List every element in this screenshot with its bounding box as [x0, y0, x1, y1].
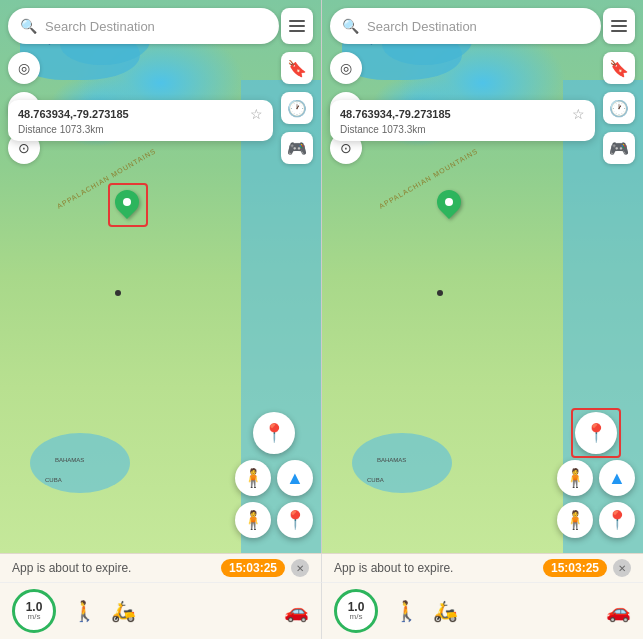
menu-line-3-right	[611, 30, 627, 32]
star-btn-left[interactable]: ☆	[250, 106, 263, 122]
expire-bar-right: App is about to expire. 15:03:25 ✕	[322, 554, 643, 583]
speed-circle-left: 1.0 m/s	[12, 589, 56, 633]
menu-line-1-right	[611, 20, 627, 22]
target-btn-left[interactable]: ◎	[8, 52, 40, 84]
clock-btn-left[interactable]: 🕐	[281, 92, 313, 124]
transport-icons-right: 🚶 🛵 🚗	[394, 599, 631, 623]
fab-green-pin-left[interactable]: 📍	[253, 412, 295, 454]
fab-orange-pin-right[interactable]: 📍	[599, 502, 635, 538]
search-text-right: Search Destination	[367, 19, 477, 34]
coordinates-left: 48.763934,-79.273185	[18, 108, 129, 120]
car-icon-right[interactable]: 🚗	[606, 599, 631, 623]
bookmark-btn-right[interactable]: 🔖	[603, 52, 635, 84]
walking-icon-right[interactable]: 🚶	[394, 599, 419, 623]
game-btn-right[interactable]: 🎮	[603, 132, 635, 164]
fab-purple-person-left[interactable]: 🧍	[235, 460, 271, 496]
coord-row-left: 48.763934,-79.273185 ☆	[18, 106, 263, 122]
star-btn-right[interactable]: ☆	[572, 106, 585, 122]
location-pin-right[interactable]	[437, 190, 461, 214]
coord-popup-left: 48.763934,-79.273185 ☆ Distance 1073.3km	[8, 100, 273, 141]
red-highlight-box-left	[108, 183, 148, 227]
search-icon-left: 🔍	[20, 18, 37, 34]
distance-right: Distance 1073.3km	[340, 124, 585, 135]
search-bar-left[interactable]: 🔍 Search Destination	[8, 8, 279, 44]
search-text-left: Search Destination	[45, 19, 155, 34]
right-side-buttons-left: 🔖 🕐 🎮	[281, 52, 313, 164]
city-dot-left	[115, 290, 121, 296]
car-icon-left[interactable]: 🚗	[284, 599, 309, 623]
fab-row2-left: 🧍 📍	[235, 502, 313, 538]
transport-bar-right: 1.0 m/s 🚶 🛵 🚗	[322, 583, 643, 639]
fab-buttons-left: 📍 🧍 ▲ 🧍 📍	[235, 412, 313, 538]
expire-text-left: App is about to expire.	[12, 561, 131, 575]
cuba-label-right: CUBA	[367, 477, 384, 483]
fab-row1-left: 🧍 ▲	[235, 460, 313, 496]
bookmark-btn-left[interactable]: 🔖	[281, 52, 313, 84]
expire-right-right: 15:03:25 ✕	[543, 559, 631, 577]
transport-bar-left: 1.0 m/s 🚶 🛵 🚗	[0, 583, 322, 639]
expire-bar-left: App is about to expire. 15:03:25 ✕	[0, 554, 322, 583]
fab-orange-pin-left[interactable]: 📍	[277, 502, 313, 538]
cuba-label-left: CUBA	[45, 477, 62, 483]
bottom-bar: App is about to expire. 15:03:25 ✕ App i…	[0, 553, 643, 639]
red-highlight-fab-right	[571, 408, 621, 458]
right-panel: HudsonBay APPALACHIAN MOUNTAINS BAHAMAS …	[321, 0, 643, 553]
fab-blue-arrow-right[interactable]: ▲	[599, 460, 635, 496]
menu-line-2-right	[611, 25, 627, 27]
bahamas-label-left: BAHAMAS	[55, 457, 84, 463]
fab-purple-person-right[interactable]: 🧍	[557, 460, 593, 496]
target-btn-right[interactable]: ◎	[330, 52, 362, 84]
speed-circle-right: 1.0 m/s	[334, 589, 378, 633]
menu-button-left[interactable]	[281, 8, 313, 44]
coord-row-right: 48.763934,-79.273185 ☆	[340, 106, 585, 122]
pin-inner-right	[445, 198, 453, 206]
speed-unit-right: m/s	[350, 613, 363, 621]
pin-circle-right	[432, 185, 466, 219]
menu-line-2-left	[289, 25, 305, 27]
bahamas-label-right: BAHAMAS	[377, 457, 406, 463]
menu-button-right[interactable]	[603, 8, 635, 44]
fab-buttons-right: 📍 🧍 ▲ 🧍 📍	[557, 412, 635, 538]
city-dot-right	[437, 290, 443, 296]
gulf-left	[30, 433, 130, 493]
fab-blue-arrow-left[interactable]: ▲	[277, 460, 313, 496]
game-btn-left[interactable]: 🎮	[281, 132, 313, 164]
right-side-buttons-right: 🔖 🕐 🎮	[603, 52, 635, 164]
menu-lines-left	[289, 20, 305, 32]
walking-icon-left[interactable]: 🚶	[72, 599, 97, 623]
search-icon-right: 🔍	[342, 18, 359, 34]
bike-icon-left[interactable]: 🛵	[111, 599, 136, 623]
expire-text-right: App is about to expire.	[334, 561, 453, 575]
timer-badge-left: 15:03:25	[221, 559, 285, 577]
speed-unit-left: m/s	[28, 613, 41, 621]
main-panels: HudsonBay APPALACHIAN MOUNTAINS BAHAMAS …	[0, 0, 643, 553]
coordinates-right: 48.763934,-79.273185	[340, 108, 451, 120]
fab-teal-person-right[interactable]: 🧍	[557, 502, 593, 538]
clock-btn-right[interactable]: 🕐	[603, 92, 635, 124]
fab-row1-right: 🧍 ▲	[557, 460, 635, 496]
expire-right-left: 15:03:25 ✕	[221, 559, 309, 577]
gulf-right	[352, 433, 452, 493]
close-btn-left[interactable]: ✕	[291, 559, 309, 577]
bike-icon-right[interactable]: 🛵	[433, 599, 458, 623]
fab-teal-person-left[interactable]: 🧍	[235, 502, 271, 538]
fab-green-container-right: 📍	[575, 412, 617, 454]
menu-line-3-left	[289, 30, 305, 32]
menu-line-1-left	[289, 20, 305, 22]
transport-icons-left: 🚶 🛵 🚗	[72, 599, 309, 623]
search-bar-right[interactable]: 🔍 Search Destination	[330, 8, 601, 44]
fab-row2-right: 🧍 📍	[557, 502, 635, 538]
distance-left: Distance 1073.3km	[18, 124, 263, 135]
coord-popup-right: 48.763934,-79.273185 ☆ Distance 1073.3km	[330, 100, 595, 141]
expire-bars: App is about to expire. 15:03:25 ✕ App i…	[0, 554, 643, 583]
transport-bars: 1.0 m/s 🚶 🛵 🚗 1.0 m/s 🚶 🛵 🚗	[0, 583, 643, 639]
left-panel: HudsonBay APPALACHIAN MOUNTAINS BAHAMAS …	[0, 0, 321, 553]
close-btn-right[interactable]: ✕	[613, 559, 631, 577]
menu-lines-right	[611, 20, 627, 32]
timer-badge-right: 15:03:25	[543, 559, 607, 577]
